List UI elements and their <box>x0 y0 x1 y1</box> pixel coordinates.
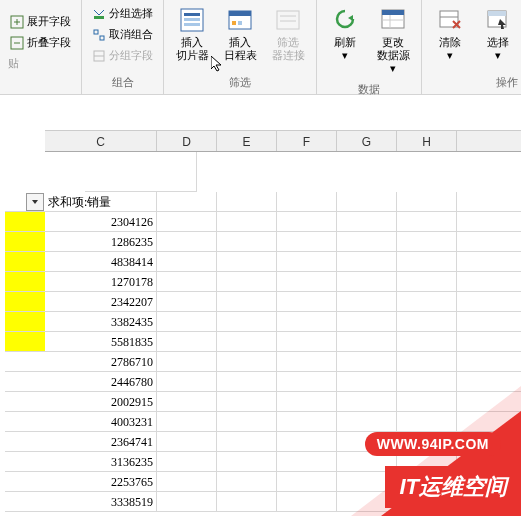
col-header-g[interactable]: G <box>337 131 397 151</box>
empty-cell[interactable] <box>157 392 217 411</box>
data-cell[interactable]: 4838414 <box>45 252 157 271</box>
empty-cell[interactable] <box>157 252 217 271</box>
expand-field-button[interactable]: 展开字段 <box>6 12 75 31</box>
empty-cell[interactable] <box>217 252 277 271</box>
empty-cell[interactable] <box>277 392 337 411</box>
empty-cell[interactable] <box>217 432 277 451</box>
empty-cell[interactable] <box>337 252 397 271</box>
col-header-f[interactable]: F <box>277 131 337 151</box>
empty-cell[interactable] <box>157 272 217 291</box>
row-highlight <box>5 472 45 491</box>
empty-cell[interactable] <box>277 352 337 371</box>
empty-cell[interactable] <box>157 472 217 491</box>
data-cell[interactable]: 3136235 <box>45 452 157 471</box>
empty-cell[interactable] <box>157 332 217 351</box>
fc-l2: 器连接 <box>272 49 305 61</box>
clear-button[interactable]: 清除▾ <box>426 2 474 66</box>
empty-cell[interactable] <box>277 292 337 311</box>
empty-cell[interactable] <box>337 352 397 371</box>
empty-cell[interactable] <box>337 312 397 331</box>
col-header-e[interactable]: E <box>217 131 277 151</box>
empty-cell[interactable] <box>337 292 397 311</box>
data-cell[interactable]: 3382435 <box>45 312 157 331</box>
ungroup-button[interactable]: 取消组合 <box>88 25 157 44</box>
empty-cell[interactable] <box>217 452 277 471</box>
svg-rect-5 <box>94 16 104 19</box>
data-cell[interactable]: 2253765 <box>45 472 157 491</box>
empty-cell[interactable] <box>217 332 277 351</box>
empty-cell[interactable] <box>277 472 337 491</box>
empty-cell[interactable] <box>157 232 217 251</box>
empty-cell[interactable] <box>337 332 397 351</box>
empty-cell[interactable] <box>157 312 217 331</box>
data-cell[interactable]: 3338519 <box>45 492 157 511</box>
empty-cell[interactable] <box>217 392 277 411</box>
select-button[interactable]: 选择▾ <box>474 2 521 66</box>
empty-cell[interactable] <box>157 432 217 451</box>
empty-cell[interactable] <box>157 352 217 371</box>
data-cell[interactable]: 2786710 <box>45 352 157 371</box>
empty-cell[interactable] <box>217 312 277 331</box>
empty-cell[interactable] <box>277 372 337 391</box>
empty-cell[interactable] <box>217 412 277 431</box>
group-select-button[interactable]: 分组选择 <box>88 4 157 23</box>
refresh-button[interactable]: 刷新▾ <box>321 2 369 66</box>
empty-cell[interactable] <box>217 272 277 291</box>
empty-cell[interactable] <box>397 352 457 371</box>
svg-marker-32 <box>32 200 38 204</box>
insert-timeline-button[interactable]: 插入日程表 <box>216 2 264 66</box>
empty-cell[interactable] <box>397 312 457 331</box>
empty-cell[interactable] <box>337 212 397 231</box>
empty-cell[interactable] <box>217 232 277 251</box>
collapse-field-button[interactable]: 折叠字段 <box>6 33 75 52</box>
empty-cell[interactable] <box>397 232 457 251</box>
empty-cell[interactable] <box>397 212 457 231</box>
empty-cell[interactable] <box>157 452 217 471</box>
empty-cell[interactable] <box>277 412 337 431</box>
data-cell[interactable]: 1270178 <box>45 272 157 291</box>
empty-cell[interactable] <box>217 372 277 391</box>
empty-cell[interactable] <box>337 232 397 251</box>
empty-cell[interactable] <box>217 212 277 231</box>
empty-cell[interactable] <box>277 232 337 251</box>
empty-cell[interactable] <box>277 452 337 471</box>
empty-cell[interactable] <box>397 332 457 351</box>
group-select-icon <box>92 7 106 21</box>
empty-cell[interactable] <box>277 252 337 271</box>
data-cell[interactable]: 2342207 <box>45 292 157 311</box>
col-header-c[interactable]: C <box>45 131 157 151</box>
data-cell[interactable]: 1286235 <box>45 232 157 251</box>
empty-cell[interactable] <box>217 292 277 311</box>
empty-cell[interactable] <box>217 472 277 491</box>
data-cell[interactable]: 2446780 <box>45 372 157 391</box>
data-cell[interactable]: 4003231 <box>45 412 157 431</box>
empty-cell[interactable] <box>277 272 337 291</box>
empty-cell[interactable] <box>277 492 337 511</box>
group-filter-label: 筛选 <box>168 73 312 92</box>
data-cell[interactable]: 5581835 <box>45 332 157 351</box>
empty-cell[interactable] <box>157 412 217 431</box>
data-cell[interactable]: 2002915 <box>45 392 157 411</box>
col-header-d[interactable]: D <box>157 131 217 151</box>
empty-cell[interactable] <box>217 352 277 371</box>
empty-cell[interactable] <box>397 252 457 271</box>
data-cell[interactable]: 2304126 <box>45 212 157 231</box>
empty-cell[interactable] <box>217 492 277 511</box>
data-cell[interactable]: 2364741 <box>45 432 157 451</box>
empty-cell[interactable] <box>277 332 337 351</box>
empty-cell[interactable] <box>277 212 337 231</box>
empty-cell[interactable] <box>157 372 217 391</box>
pivot-header-cell[interactable]: 求和项:销量 <box>45 192 157 211</box>
empty-cell[interactable] <box>397 292 457 311</box>
empty-cell[interactable] <box>157 492 217 511</box>
empty-cell[interactable] <box>157 212 217 231</box>
insert-slicer-button[interactable]: 插入切片器 <box>168 2 216 66</box>
change-source-button[interactable]: 更改数据源 ▾ <box>369 2 417 80</box>
empty-cell[interactable] <box>277 312 337 331</box>
pivot-filter-dropdown[interactable] <box>26 193 44 211</box>
empty-cell[interactable] <box>397 272 457 291</box>
empty-cell[interactable] <box>337 272 397 291</box>
empty-cell[interactable] <box>277 432 337 451</box>
empty-cell[interactable] <box>157 292 217 311</box>
col-header-h[interactable]: H <box>397 131 457 151</box>
